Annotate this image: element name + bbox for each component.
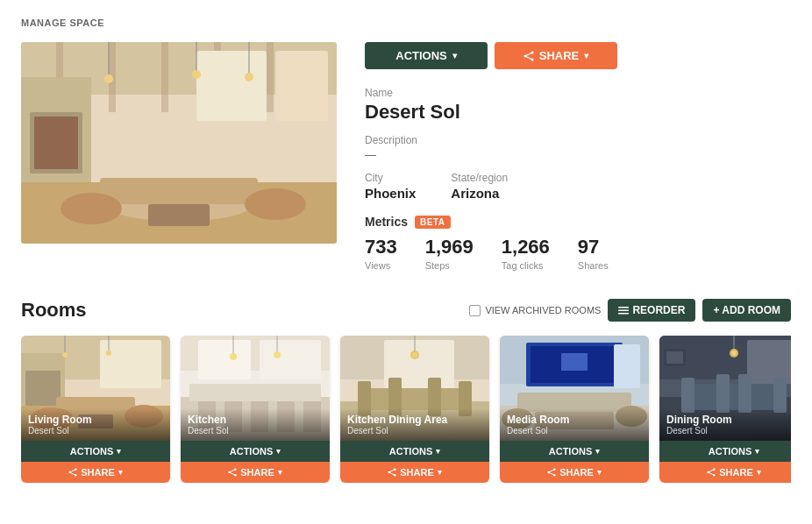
room-image: Living Room Desert Sol: [21, 336, 170, 441]
room-actions-button[interactable]: ACTIONS ▾: [500, 441, 649, 462]
room-actions-button[interactable]: ACTIONS ▾: [21, 441, 170, 462]
beta-badge: BETA: [415, 216, 450, 229]
svg-line-69: [230, 470, 236, 472]
archived-checkbox[interactable]: [469, 305, 481, 316]
reorder-label: REORDER: [632, 304, 685, 316]
room-actions-caret: ▾: [117, 447, 121, 456]
room-name: Dining Room: [666, 414, 791, 426]
svg-rect-54: [260, 340, 321, 379]
view-archived-text: VIEW ARCHIVED ROOMS: [485, 305, 601, 315]
room-share-label: SHARE: [559, 467, 594, 478]
add-room-button[interactable]: + ADD ROOM: [702, 299, 791, 322]
svg-rect-92: [561, 353, 588, 371]
room-subtitle: Desert Sol: [507, 426, 642, 435]
room-share-button[interactable]: SHARE ▾: [659, 462, 791, 483]
rooms-section: Rooms VIEW ARCHIVED ROOMS REORDER + ADD …: [21, 299, 791, 483]
metric-item: 733 Views: [365, 236, 397, 271]
metric-item: 97 Shares: [578, 236, 609, 271]
metrics-title: Metrics: [365, 215, 408, 229]
svg-line-50: [70, 472, 76, 475]
state-label: State/region: [451, 172, 508, 184]
svg-line-102: [549, 470, 555, 472]
room-share-label: SHARE: [240, 467, 274, 478]
space-image: [21, 42, 337, 244]
room-actions-label: ACTIONS: [389, 446, 433, 457]
description-label: Description: [365, 134, 791, 146]
room-image: Kitchen Dining Area Desert Sol: [340, 336, 489, 441]
room-card: Kitchen Dining Area Desert Sol ACTIONS ▾: [340, 336, 489, 483]
room-actions-caret: ▾: [436, 447, 440, 456]
room-share-button[interactable]: SHARE ▾: [340, 462, 489, 483]
reorder-icon: [618, 305, 629, 315]
room-overlay: Kitchen Dining Area Desert Sol: [340, 408, 489, 441]
room-actions-button[interactable]: ACTIONS ▾: [181, 441, 330, 462]
room-name: Media Room: [507, 414, 642, 426]
room-card: Kitchen Desert Sol ACTIONS ▾: [181, 336, 330, 483]
room-subtitle: Desert Sol: [28, 426, 163, 435]
svg-rect-11: [34, 117, 78, 169]
metric-value: 97: [578, 236, 609, 258]
svg-rect-29: [618, 307, 629, 308]
svg-rect-4: [161, 42, 168, 112]
svg-point-23: [245, 73, 253, 81]
room-actions-caret: ▾: [595, 447, 600, 456]
svg-point-43: [62, 352, 68, 358]
add-room-label: + ADD ROOM: [713, 304, 780, 316]
room-subtitle: Desert Sol: [666, 426, 791, 435]
metric-label: Views: [365, 260, 397, 271]
svg-line-28: [525, 56, 532, 60]
room-actions-label: ACTIONS: [709, 446, 752, 457]
svg-rect-106: [747, 340, 791, 384]
room-actions: ACTIONS ▾ SHARE ▾: [659, 441, 791, 483]
state-item: State/region Arizona: [451, 172, 508, 201]
room-overlay: Dining Room Desert Sol: [659, 408, 791, 441]
room-share-button[interactable]: SHARE ▾: [181, 462, 330, 483]
room-share-icon: [547, 468, 556, 477]
share-caret-icon: ▾: [584, 51, 588, 60]
metrics-header: Metrics BETA: [365, 215, 791, 229]
room-share-caret: ▾: [118, 468, 123, 477]
room-actions-button[interactable]: ACTIONS ▾: [659, 441, 791, 462]
room-image: Media Room Desert Sol: [500, 336, 649, 441]
room-share-caret: ▾: [757, 468, 761, 477]
room-actions-label: ACTIONS: [230, 446, 274, 457]
room-share-label: SHARE: [719, 467, 753, 478]
rooms-title: Rooms: [21, 299, 87, 322]
room-actions-label: ACTIONS: [70, 446, 114, 457]
svg-rect-108: [690, 384, 778, 410]
room-card: Media Room Desert Sol ACTIONS ▾: [500, 336, 649, 483]
rooms-controls: VIEW ARCHIVED ROOMS REORDER + ADD ROOM: [469, 299, 791, 322]
city-item: City Phoenix: [365, 172, 416, 201]
room-share-label: SHARE: [400, 467, 434, 478]
reorder-button[interactable]: REORDER: [608, 299, 695, 322]
actions-button[interactable]: ACTIONS ▾: [365, 42, 488, 69]
room-image: Kitchen Desert Sol: [181, 336, 330, 441]
svg-line-121: [709, 470, 715, 472]
room-actions: ACTIONS ▾ SHARE ▾: [181, 441, 330, 483]
share-button[interactable]: SHARE ▾: [495, 42, 617, 69]
metric-value: 733: [365, 236, 397, 258]
svg-rect-14: [100, 178, 258, 204]
manage-space-label: MANAGE SPACE: [21, 18, 791, 28]
room-card: Dining Room Desert Sol ACTIONS ▾: [659, 336, 791, 483]
state-value: Arizona: [451, 186, 508, 201]
room-share-button[interactable]: SHARE ▾: [500, 462, 649, 483]
room-share-caret: ▾: [278, 468, 282, 477]
svg-line-70: [230, 472, 236, 475]
svg-rect-7: [196, 51, 267, 121]
room-actions-caret: ▾: [276, 447, 281, 456]
svg-point-21: [192, 70, 201, 79]
svg-rect-56: [189, 384, 321, 401]
room-share-icon: [228, 468, 237, 477]
room-share-button[interactable]: SHARE ▾: [21, 462, 170, 483]
metrics-row: 733 Views 1,969 Steps 1,266 Tag clicks 9…: [365, 236, 791, 271]
room-share-icon: [388, 468, 396, 477]
description-value: —: [365, 148, 791, 161]
view-archived-label[interactable]: VIEW ARCHIVED ROOMS: [469, 305, 601, 316]
room-actions-button[interactable]: ACTIONS ▾: [340, 441, 489, 462]
svg-line-122: [709, 472, 715, 475]
svg-rect-110: [716, 374, 730, 413]
room-share-icon: [707, 468, 716, 477]
space-photo: [21, 42, 337, 244]
rooms-header: Rooms VIEW ARCHIVED ROOMS REORDER + ADD …: [21, 299, 791, 322]
